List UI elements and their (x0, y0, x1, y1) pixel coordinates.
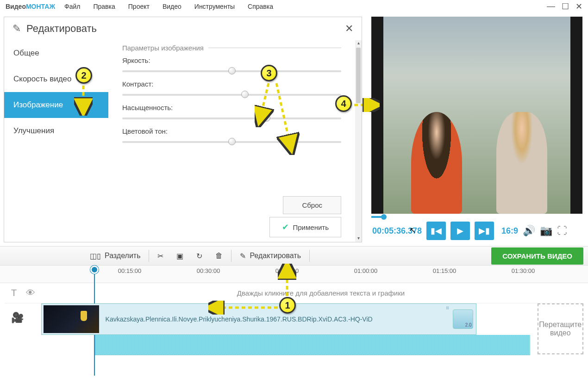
aspect-ratio[interactable]: 16:9 (501, 226, 518, 236)
tab-general[interactable]: Общее (4, 40, 108, 66)
edit-button[interactable]: ✎Редактировать (233, 252, 307, 260)
close-icon[interactable]: ✕ (575, 1, 582, 12)
annotation-1: 1 (279, 297, 296, 314)
clip-filename: Kavkazskaya.Plennica.Ili.Novye.Priklyuch… (106, 315, 373, 323)
scroll-down-icon[interactable]: ▾ (355, 235, 362, 242)
slider-saturation[interactable] (122, 114, 341, 122)
ruler-tick: 00:15:00 (118, 267, 142, 274)
split-icon: ◫▯ (90, 252, 101, 260)
label-contrast: Контраст: (122, 80, 341, 88)
timeline: T 👁 Дважды кликните для добавления текст… (0, 283, 588, 360)
label-brightness: Яркость: (122, 56, 341, 64)
progress-bar[interactable] (371, 214, 582, 219)
fullscreen-icon[interactable]: ⛶ (557, 225, 567, 237)
preview-person (411, 112, 462, 214)
rotate-icon: ↻ (196, 252, 202, 260)
menu-project[interactable]: Проект (128, 3, 150, 10)
apply-button[interactable]: ✔Применить (269, 217, 341, 237)
cursor-icon: ↖ (409, 225, 416, 235)
menu-edit[interactable]: Правка (93, 3, 115, 10)
text-track-hint[interactable]: Дважды кликните для добавления текста и … (58, 284, 583, 303)
maximize-icon[interactable]: ☐ (562, 1, 569, 12)
edit-title: Редактировать (26, 23, 97, 35)
tab-improve[interactable]: Улучшения (4, 118, 108, 144)
edit-icon: ✎ (240, 252, 246, 260)
scroll-up-icon[interactable]: ▴ (355, 40, 362, 47)
menu-tools[interactable]: Инструменты (194, 3, 235, 10)
edit-icon: ✎ (13, 23, 21, 35)
playhead[interactable] (90, 266, 99, 274)
text-track-icon[interactable]: T (11, 288, 17, 298)
audio-waveform[interactable] (95, 335, 530, 355)
snapshot-icon[interactable]: 📷 (540, 225, 552, 237)
crop-button[interactable]: ▣ (170, 252, 190, 260)
tab-image[interactable]: Изображение (4, 92, 108, 118)
minimize-icon[interactable]: — (547, 1, 555, 12)
annotation-4: 4 (335, 95, 352, 112)
trash-icon: 🗑 (215, 252, 223, 260)
reset-button[interactable]: Сброс (283, 196, 341, 214)
timeline-toolbar: ◫▯Разделить ✂ ▣ ↻ 🗑 ✎Редактировать СОХРА… (0, 246, 588, 266)
save-video-button[interactable]: СОХРАНИТЬ ВИДЕО (491, 247, 583, 265)
annotation-2: 2 (75, 67, 92, 84)
scrollbar[interactable]: ▴ ▾ (355, 40, 362, 242)
preview-person (496, 112, 547, 214)
clip-thumbnail (44, 305, 99, 333)
tab-speed[interactable]: Скорость видео (4, 66, 108, 92)
delete-button[interactable]: 🗑 (209, 252, 229, 260)
slider-contrast[interactable] (122, 91, 341, 98)
video-track-icon[interactable]: 🎥 (11, 312, 24, 323)
label-hue: Цветовой тон: (122, 127, 341, 135)
scroll-thumb[interactable] (356, 48, 361, 103)
clip-handle-right[interactable]: ⫼ (445, 305, 450, 310)
annotation-3: 3 (261, 65, 277, 81)
params-title: Параметры изображения (122, 44, 341, 52)
menu-help[interactable]: Справка (248, 3, 273, 10)
slider-brightness[interactable] (122, 67, 341, 74)
menu-file[interactable]: Файл (64, 3, 80, 10)
slider-hue[interactable] (122, 138, 341, 145)
split-button[interactable]: ◫▯Разделить (83, 252, 147, 260)
prev-button[interactable]: ▮◀ (426, 222, 446, 240)
close-edit-icon[interactable]: ✕ (345, 23, 353, 35)
video-clip[interactable]: ⫼ ⫼ Kavkazskaya.Plennica.Ili.Novye.Prikl… (41, 303, 476, 335)
params-area: Параметры изображения Яркость: Контраст:… (108, 40, 355, 242)
preview (371, 17, 582, 214)
ruler-tick: 01:15:00 (433, 267, 457, 274)
drop-zone[interactable]: Перетащите видео (538, 303, 583, 354)
menubar: ВидеоМОНТАЖ Файл Правка Проект Видео Инс… (0, 0, 588, 13)
crop-icon: ▣ (176, 252, 183, 260)
check-icon: ✔ (282, 222, 289, 232)
cut-button[interactable]: ✂ (151, 252, 170, 260)
next-button[interactable]: ▶▮ (475, 222, 494, 240)
visibility-icon[interactable]: 👁 (26, 288, 35, 298)
ruler-tick: 01:30:00 (512, 267, 535, 274)
scissors-icon: ✂ (157, 252, 163, 260)
volume-icon[interactable]: 🔊 (523, 225, 535, 237)
ruler-tick: 01:00:00 (354, 267, 378, 274)
clip-badge: 2.0 (453, 309, 473, 329)
ruler-tick: 00:45:00 (275, 267, 299, 274)
time-ruler[interactable]: 00:15:00 00:30:00 00:45:00 01:00:00 01:1… (0, 266, 588, 283)
label-saturation: Насыщенность: (122, 104, 341, 111)
rotate-button[interactable]: ↻ (190, 252, 209, 260)
menu-video[interactable]: Видео (163, 3, 181, 10)
play-button[interactable]: ▶ (450, 222, 470, 240)
edit-panel: ✎ Редактировать ✕ Общее Скорость видео И… (4, 17, 362, 242)
ruler-tick: 00:30:00 (197, 267, 220, 274)
app-logo: ВидеоМОНТАЖ (6, 3, 55, 10)
